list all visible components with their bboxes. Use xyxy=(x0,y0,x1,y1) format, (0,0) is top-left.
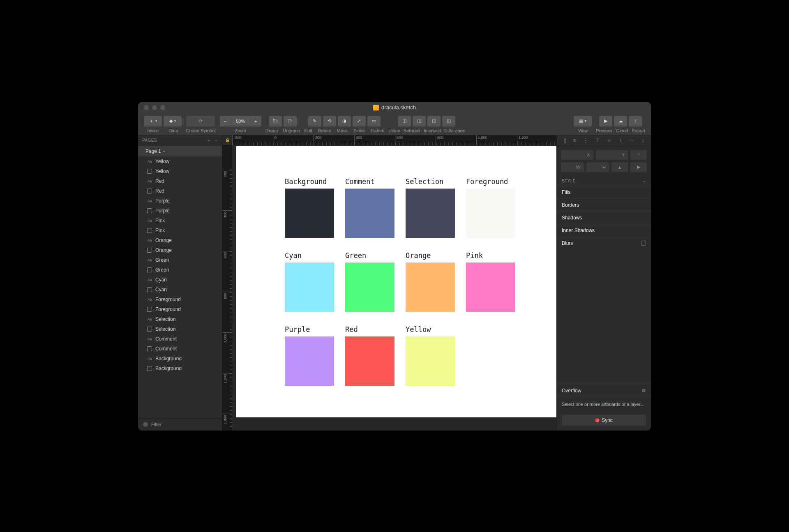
artboard[interactable]: BackgroundCommentSelectionForegroundCyan… xyxy=(236,146,556,417)
x-field[interactable]: X xyxy=(561,150,593,160)
union-button[interactable]: ◫ xyxy=(398,116,411,127)
layer-item[interactable]: Cyan xyxy=(138,285,222,295)
ruler-origin[interactable]: 🔒 xyxy=(222,135,232,145)
view-button[interactable]: ▦▾ xyxy=(574,116,592,127)
filter-bar[interactable]: Filter xyxy=(138,418,222,431)
swatch-cell[interactable]: Purple xyxy=(285,325,334,386)
zoom-control[interactable]: − 50% + xyxy=(220,116,261,127)
swatch-box[interactable] xyxy=(406,189,455,238)
ungroup-button[interactable]: ⿻ xyxy=(284,116,297,127)
group-button[interactable]: ⿻ xyxy=(269,116,282,127)
create-symbol-button[interactable]: ⟳ xyxy=(186,116,215,127)
align-top-icon[interactable]: ⊤ xyxy=(595,138,599,143)
layer-item[interactable]: Comment xyxy=(138,334,222,344)
zoom-in-button[interactable]: + xyxy=(250,119,261,124)
layer-item[interactable]: Yellow xyxy=(138,166,222,176)
align-right-icon[interactable]: ⋮ xyxy=(583,138,588,143)
swatch-box[interactable] xyxy=(345,336,394,386)
fills-section[interactable]: Fills xyxy=(557,186,651,198)
layer-item[interactable]: Orange xyxy=(138,245,222,255)
viewport[interactable]: BackgroundCommentSelectionForegroundCyan… xyxy=(232,145,556,431)
sync-button[interactable]: Sync xyxy=(562,415,646,426)
swatch-cell[interactable]: Foreground xyxy=(466,177,515,238)
layer-item[interactable]: Selection xyxy=(138,314,222,324)
rotation-field[interactable]: ° xyxy=(630,150,647,160)
collapse-pages-icon[interactable]: ⌄ xyxy=(215,138,218,143)
swatch-box[interactable] xyxy=(466,263,515,312)
inner-shadows-section[interactable]: Inner Shadows xyxy=(557,224,651,237)
swatch-cell[interactable]: Comment xyxy=(345,177,394,238)
swatch-box[interactable] xyxy=(345,189,394,238)
layer-item[interactable]: Green xyxy=(138,265,222,275)
layer-item[interactable]: Pink xyxy=(138,216,222,226)
gear-icon[interactable]: ⚙ xyxy=(641,388,646,394)
subtract-button[interactable]: ◫ xyxy=(413,116,426,127)
data-button[interactable]: ◆▾ xyxy=(164,116,182,127)
borders-section[interactable]: Borders xyxy=(557,198,651,211)
blurs-checkbox[interactable] xyxy=(641,241,646,246)
flip-v-icon[interactable]: ▶ xyxy=(630,162,647,172)
layer-item[interactable]: Yellow xyxy=(138,157,222,166)
page-selector[interactable]: Page 1 ⌄ xyxy=(138,146,222,157)
zoom-out-button[interactable]: − xyxy=(220,119,231,124)
layer-item[interactable]: Cyan xyxy=(138,275,222,285)
shadows-section[interactable]: Shadows xyxy=(557,211,651,224)
layer-item[interactable]: Red xyxy=(138,176,222,186)
scale-button[interactable]: ⤢ xyxy=(353,116,366,127)
swatch-cell[interactable]: Background xyxy=(285,177,334,238)
swatch-box[interactable] xyxy=(285,189,334,238)
filter-input[interactable]: Filter xyxy=(151,422,161,427)
swatch-cell[interactable]: Pink xyxy=(466,251,515,312)
layer-item[interactable]: Red xyxy=(138,186,222,196)
swatch-cell[interactable]: Green xyxy=(345,251,394,312)
layer-item[interactable]: Orange xyxy=(138,235,222,245)
layer-item[interactable]: Comment xyxy=(138,344,222,354)
swatch-cell[interactable]: Cyan xyxy=(285,251,334,312)
swatch-box[interactable] xyxy=(285,336,334,386)
canvas[interactable]: 🔒 -20002004006008001,0001,200 2004006008… xyxy=(222,135,556,431)
mask-button[interactable]: ◑ xyxy=(338,116,351,127)
export-button[interactable]: ⇪ xyxy=(629,116,642,127)
layer-item[interactable]: Purple xyxy=(138,196,222,206)
align-middle-icon[interactable]: ＋ xyxy=(607,137,611,144)
close-icon[interactable] xyxy=(144,105,149,110)
swatch-box[interactable] xyxy=(285,263,334,312)
intersect-button[interactable]: ◫ xyxy=(427,116,441,127)
layer-item[interactable]: Selection xyxy=(138,324,222,334)
insert-button[interactable]: ＋▾ xyxy=(144,116,162,127)
layer-item[interactable]: Green xyxy=(138,255,222,265)
zoom-window-icon[interactable] xyxy=(160,105,165,110)
zoom-value[interactable]: 50% xyxy=(231,119,250,124)
swatch-box[interactable] xyxy=(406,336,455,386)
blurs-section[interactable]: Blurs xyxy=(557,237,651,249)
flip-h-icon[interactable]: ▲ xyxy=(611,162,628,172)
swatch-cell[interactable]: Selection xyxy=(406,177,455,238)
style-header[interactable]: STYLE ⌄ xyxy=(557,176,651,186)
layer-item[interactable]: Pink xyxy=(138,226,222,235)
swatch-cell[interactable]: Orange xyxy=(406,251,455,312)
y-field[interactable]: Y xyxy=(596,150,628,160)
minimize-icon[interactable] xyxy=(152,105,157,110)
swatch-cell[interactable]: Red xyxy=(345,325,394,386)
layer-item[interactable]: Purple xyxy=(138,206,222,216)
edit-button[interactable]: ✎ xyxy=(308,116,321,127)
layer-item[interactable]: Background xyxy=(138,364,222,373)
distribute-v-icon[interactable]: ↕ xyxy=(641,138,644,143)
align-left-icon[interactable]: ‖ xyxy=(564,138,566,143)
h-field[interactable]: H xyxy=(586,162,609,172)
layer-item[interactable]: Foreground xyxy=(138,304,222,314)
difference-button[interactable]: ◫ xyxy=(442,116,455,127)
flatten-button[interactable]: ▭ xyxy=(367,116,381,127)
add-page-icon[interactable]: ＋ xyxy=(207,138,211,143)
layer-item[interactable]: Background xyxy=(138,354,222,364)
overflow-row[interactable]: Overflow ⚙ xyxy=(557,384,651,397)
swatch-box[interactable] xyxy=(406,263,455,312)
preview-button[interactable]: ▶ xyxy=(599,116,612,127)
swatch-cell[interactable]: Yellow xyxy=(406,325,455,386)
align-center-h-icon[interactable]: ≡ xyxy=(573,138,576,143)
swatch-box[interactable] xyxy=(345,263,394,312)
layer-item[interactable]: Foreground xyxy=(138,295,222,304)
rotate-button[interactable]: ⟲ xyxy=(323,116,336,127)
distribute-h-icon[interactable]: ↔ xyxy=(630,138,634,143)
w-field[interactable]: W xyxy=(561,162,584,172)
